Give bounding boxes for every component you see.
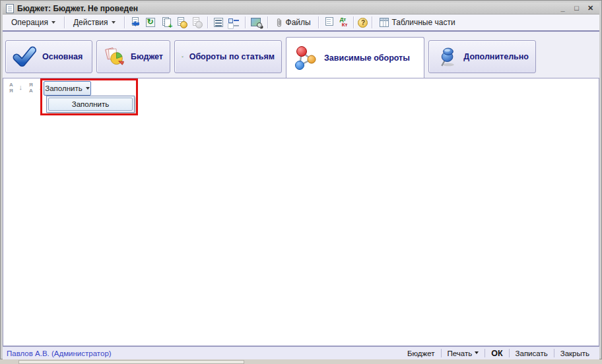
operation-menu-label: Операция [11, 18, 48, 27]
operation-menu[interactable]: Операция [7, 16, 60, 29]
minimize-button[interactable]: _ [557, 4, 568, 13]
list-structure-button[interactable] [212, 16, 226, 29]
checklist-button[interactable] [227, 16, 241, 29]
sort-letter: Я [29, 82, 33, 88]
fill-button[interactable]: Заполнить [44, 81, 91, 96]
close-button[interactable]: ✕ [585, 4, 596, 13]
pie-chart-icon [104, 46, 125, 68]
chevron-down-icon [51, 21, 55, 26]
unpost-document-button[interactable] [189, 16, 203, 29]
print-button-label: Печать [448, 349, 473, 357]
maximize-button[interactable]: □ [571, 4, 582, 13]
toolbar-separator [318, 16, 319, 28]
refresh-button[interactable] [144, 16, 158, 29]
tabular-parts-label: Табличные части [391, 18, 455, 27]
page-icon [178, 17, 184, 26]
arrow-down-icon [39, 83, 43, 91]
menu-item-fill[interactable]: Заполнить [48, 98, 133, 111]
current-user-label: Павлов А.В. (Администратор) [7, 349, 112, 357]
toolbar-separator [267, 16, 268, 28]
arrow-down-icon [19, 83, 23, 91]
document-window: Бюджет: Бюджет. Не проведен _ □ ✕ Операц… [0, 0, 602, 359]
files-button[interactable]: Файлы [272, 16, 314, 29]
toolbar-separator [207, 16, 208, 28]
picture-view-button[interactable] [250, 16, 263, 29]
sort-ascending-button[interactable]: А Я [8, 82, 24, 94]
report-button[interactable] [323, 16, 337, 29]
grid-toolbar: А Я Я А [8, 82, 44, 94]
table-grid-icon [380, 18, 389, 27]
picture-magnifier-icon [251, 18, 261, 26]
close-form-button[interactable]: Закрыть [554, 349, 595, 357]
bar-chart-icon [182, 46, 184, 68]
status-bar: Павлов А.В. (Администратор) Бюджет Печат… [3, 346, 599, 359]
check-icon [13, 45, 36, 69]
toolbar-separator [124, 16, 125, 28]
rows-list-icon [214, 18, 223, 27]
sort-letter: Я [9, 88, 13, 94]
actions-menu-label: Действия [73, 18, 108, 27]
pushpin-icon [436, 45, 457, 69]
write-button[interactable]: Записать [510, 349, 554, 357]
refresh-icon [146, 18, 155, 27]
tab-budget-label: Бюджет [131, 52, 163, 61]
toolbar-separator [245, 16, 246, 28]
sort-letter: А [9, 82, 13, 88]
tab-dependent-turnovers-label: Зависимые обороты [324, 53, 410, 63]
desktop-background-strip [0, 359, 602, 364]
files-button-label: Файлы [286, 18, 311, 27]
toolbar-separator [372, 16, 372, 28]
screen: Бюджет: Бюджет. Не проведен _ □ ✕ Операц… [0, 0, 602, 364]
tab-budget[interactable]: Бюджет [96, 40, 170, 73]
chevron-down-icon [112, 21, 116, 26]
chevron-down-icon [86, 87, 90, 92]
print-button[interactable]: Печать [442, 349, 485, 357]
tab-main[interactable]: Основная [5, 40, 92, 73]
actions-menu[interactable]: Действия [69, 16, 120, 29]
tab-strip: Основная Бюджет Обороты по стать [3, 32, 599, 78]
sort-letter: А [29, 88, 33, 94]
plus-icon [168, 22, 172, 29]
tab-dependent-turnovers[interactable]: Зависимые обороты [286, 37, 424, 78]
credit-label: Кт [340, 22, 348, 28]
toolbar-separator [353, 16, 354, 28]
tab-main-label: Основная [42, 52, 83, 61]
help-button[interactable]: ? [358, 18, 368, 28]
tab-additional-label: Дополнительно [463, 52, 529, 61]
fill-button-label: Заполнить [45, 84, 82, 92]
tab-turnovers-label: Обороты по статьям [189, 52, 275, 61]
copy-button[interactable] [159, 16, 173, 29]
tab-content-panel [3, 78, 599, 346]
ok-button[interactable]: ОК [485, 349, 508, 358]
document-icon [6, 4, 14, 13]
checklist-icon [228, 18, 239, 27]
fill-dropdown-menu: Заполнить [46, 96, 135, 113]
post-document-button[interactable] [174, 16, 188, 29]
page-icon [193, 17, 199, 26]
title-bar: Бюджет: Бюджет. Не проведен _ □ ✕ [3, 3, 599, 15]
budget-button[interactable]: Бюджет [401, 349, 441, 357]
paperclip-icon [275, 18, 283, 28]
window-title: Бюджет: Бюджет. Не проведен [17, 4, 138, 13]
main-toolbar: Операция Действия Файлы [3, 15, 599, 32]
save-and-close-button[interactable] [129, 16, 143, 29]
sort-descending-button[interactable]: Я А [28, 82, 44, 94]
dtkt-posting-button[interactable]: Дт Кт [338, 17, 350, 28]
tab-additional[interactable]: Дополнительно [428, 40, 536, 73]
molecule-icon [293, 46, 318, 71]
tabular-parts-button[interactable]: Табличные части [376, 16, 458, 28]
toolbar-separator [64, 16, 65, 28]
background-window-fragment [18, 360, 244, 364]
arrow-left-icon [129, 21, 136, 26]
report-icon [325, 17, 333, 26]
tab-turnovers-by-articles[interactable]: Обороты по статьям [174, 40, 282, 73]
chevron-down-icon [475, 351, 479, 356]
